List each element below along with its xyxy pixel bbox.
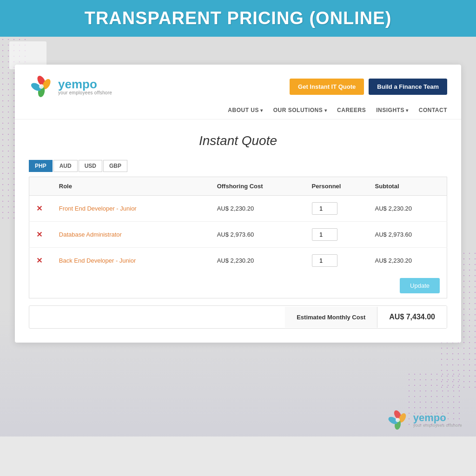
nav-insights[interactable]: INSIGHTS: [376, 107, 408, 113]
personnel-cell-1: [305, 222, 368, 248]
update-button[interactable]: Update: [400, 278, 440, 293]
role-link-2[interactable]: Back End Developer - Junior: [59, 257, 136, 264]
col-header-offshoring-cost: Offshoring Cost: [210, 177, 305, 196]
bottom-logo-tagline: your employees offshore: [413, 423, 462, 428]
top-banner: TRANSPARENT PRICING (ONLINE): [0, 0, 476, 37]
table-row: ✕ Front End Developer - Junior AU$ 2,230…: [29, 196, 447, 222]
personnel-input-1[interactable]: [312, 228, 337, 241]
get-instant-it-quote-button[interactable]: Get Instant IT Quote: [290, 79, 364, 95]
nav-area: yempo your employees offshore Get Instan…: [15, 65, 461, 104]
table-row: ✕ Database Administrator AU$ 2,973.60 AU…: [29, 222, 447, 248]
delete-cell-2: ✕: [29, 248, 52, 274]
role-link-0[interactable]: Front End Developer - Junior: [59, 205, 137, 212]
role-cell-2: Back End Developer - Junior: [52, 248, 210, 274]
quote-table-wrapper: Role Offshoring Cost Personnel Subtotal …: [15, 177, 461, 298]
subtotal-cell-0: AU$ 2,230.20: [368, 196, 447, 222]
nav-contact[interactable]: CONTACT: [419, 107, 447, 113]
delete-cell-1: ✕: [29, 222, 52, 248]
logo-icon: [29, 74, 54, 99]
update-row: Update: [29, 273, 447, 298]
logo-area: yempo your employees offshore: [29, 74, 112, 99]
col-header-delete: [29, 177, 52, 196]
estimated-monthly-cost-label: Estimated Monthly Cost: [285, 307, 377, 328]
update-cell: Update: [29, 273, 447, 298]
table-header-row: Role Offshoring Cost Personnel Subtotal: [29, 177, 447, 196]
cost-cell-0: AU$ 2,230.20: [210, 196, 305, 222]
page-title-section: Instant Quote: [15, 119, 461, 155]
estimated-monthly-cost-value: AU$ 7,434.00: [377, 306, 447, 328]
cost-cell-2: AU$ 2,230.20: [210, 248, 305, 274]
logo-name: yempo: [58, 78, 112, 90]
nav-about-us[interactable]: ABOUT US: [228, 107, 263, 113]
bottom-logo-name: yempo: [413, 413, 462, 423]
bottom-logo-watermark: yempo your employees offshore: [386, 409, 462, 432]
bottom-logo-text: yempo your employees offshore: [413, 413, 462, 428]
delete-icon-0[interactable]: ✕: [36, 205, 42, 212]
logo-text: yempo your employees offshore: [58, 78, 112, 95]
delete-cell-0: ✕: [29, 196, 52, 222]
role-cell-0: Front End Developer - Junior: [52, 196, 210, 222]
currency-tab-aud[interactable]: AUD: [53, 160, 78, 172]
page-title: Instant Quote: [15, 133, 461, 148]
quote-table: Role Offshoring Cost Personnel Subtotal …: [29, 177, 447, 298]
subtotal-cell-1: AU$ 2,973.60: [368, 222, 447, 248]
svg-point-9: [396, 418, 400, 422]
svg-point-4: [39, 84, 44, 89]
role-cell-1: Database Administrator: [52, 222, 210, 248]
delete-icon-1[interactable]: ✕: [36, 231, 42, 238]
estimated-cost-section: Estimated Monthly Cost AU$ 7,434.00: [29, 305, 447, 329]
col-header-subtotal: Subtotal: [368, 177, 447, 196]
currency-tab-php[interactable]: PHP: [29, 160, 53, 172]
col-header-role: Role: [52, 177, 210, 196]
nav-careers[interactable]: CAREERS: [337, 107, 366, 113]
cost-cell-1: AU$ 2,973.60: [210, 222, 305, 248]
bottom-logo-icon: [386, 409, 410, 432]
nav-menu: ABOUT US OUR SOLUTIONS CAREERS INSIGHTS …: [15, 104, 461, 119]
main-card: yempo your employees offshore Get Instan…: [15, 65, 461, 343]
background-area: yempo your employees offshore Get Instan…: [0, 37, 476, 436]
role-link-1[interactable]: Database Administrator: [59, 231, 122, 238]
col-header-personnel: Personnel: [305, 177, 368, 196]
delete-icon-2[interactable]: ✕: [36, 257, 42, 264]
personnel-cell-0: [305, 196, 368, 222]
currency-tab-usd[interactable]: USD: [79, 160, 102, 172]
logo-tagline: your employees offshore: [58, 90, 112, 95]
nav-our-solutions[interactable]: OUR SOLUTIONS: [273, 107, 327, 113]
personnel-input-0[interactable]: [312, 202, 337, 215]
personnel-input-2[interactable]: [312, 254, 337, 267]
personnel-cell-2: [305, 248, 368, 274]
banner-title: TRANSPARENT PRICING (ONLINE): [0, 8, 476, 28]
table-row: ✕ Back End Developer - Junior AU$ 2,230.…: [29, 248, 447, 274]
currency-tab-gbp[interactable]: GBP: [103, 160, 127, 172]
build-finance-team-button[interactable]: Build a Finance Team: [369, 79, 447, 95]
currency-tabs: PHP AUD USD GBP: [15, 155, 461, 177]
nav-buttons: Get Instant IT Quote Build a Finance Tea…: [290, 79, 447, 95]
subtotal-cell-2: AU$ 2,230.20: [368, 248, 447, 274]
